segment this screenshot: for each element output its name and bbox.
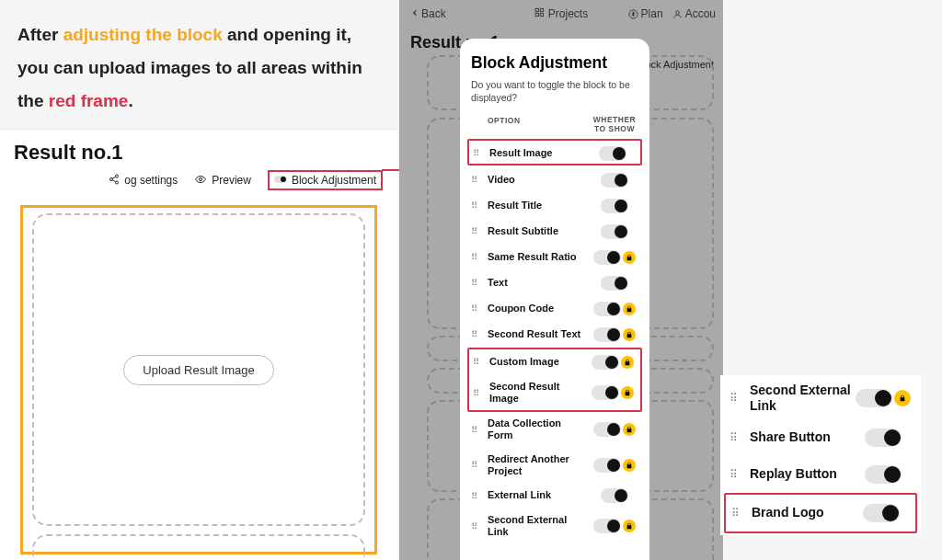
toggle-icon: [274, 174, 287, 187]
account-nav[interactable]: Accou: [672, 7, 716, 20]
show-toggle[interactable]: [593, 422, 621, 437]
svg-point-1: [110, 177, 113, 180]
block-adjustment-label: Block Adjustment: [292, 174, 376, 187]
lock-icon: [621, 386, 634, 399]
svg-point-5: [281, 177, 286, 182]
upload-image-button[interactable]: Upload Result Image: [123, 355, 273, 385]
option-row: ⠿Second Result Text: [471, 322, 638, 348]
show-toggle[interactable]: [592, 355, 619, 370]
option-label: Custom Image: [489, 356, 589, 368]
og-settings-label: og settings: [124, 174, 178, 187]
drag-handle-icon[interactable]: ⠿: [471, 252, 488, 262]
show-toggle[interactable]: [593, 302, 621, 316]
editor-panel: Result no.1 og settings Preview Block Ad…: [0, 129, 397, 560]
drag-handle-icon[interactable]: ⠿: [471, 175, 488, 185]
option-row: ⠿Text: [471, 270, 638, 296]
show-toggle[interactable]: [599, 146, 626, 161]
lock-icon: [623, 303, 636, 315]
option-label: Brand Logo: [752, 505, 853, 520]
preview-label: Preview: [212, 174, 251, 187]
drag-handle-icon[interactable]: ⠿: [729, 468, 750, 481]
option-row: ⠿Share Button: [729, 419, 912, 456]
lock-icon: [623, 251, 636, 264]
drag-handle-icon[interactable]: ⠿: [471, 521, 488, 531]
modal-column-headers: OPTION WHETHER TO SHOW: [471, 113, 638, 140]
drag-handle-icon[interactable]: ⠿: [471, 226, 488, 236]
drag-handle-icon[interactable]: ⠿: [471, 278, 488, 288]
option-row: ⠿Result Subtitle: [471, 219, 638, 245]
show-toggle[interactable]: [865, 465, 902, 484]
show-toggle[interactable]: [863, 504, 900, 522]
grid-icon: [534, 7, 545, 20]
drag-handle-icon[interactable]: ⠿: [471, 491, 488, 501]
drag-handle-icon[interactable]: ⠿: [729, 431, 750, 444]
option-label: Text: [488, 277, 591, 289]
show-toggle[interactable]: [601, 488, 628, 503]
drag-handle-icon[interactable]: ⠿: [471, 303, 488, 314]
option-label: Second External Link: [488, 514, 591, 538]
option-row: ⠿Replay Button: [729, 456, 912, 493]
red-highlight-box: ⠿Result Image: [467, 139, 642, 166]
continuation-list: ⠿Second External Link⠿Share Button⠿Repla…: [720, 375, 921, 535]
drag-handle-icon[interactable]: ⠿: [473, 357, 489, 367]
share-icon: [109, 174, 120, 188]
drag-handle-icon[interactable]: ⠿: [471, 329, 488, 339]
show-toggle[interactable]: [592, 385, 619, 400]
option-row: ⠿Result Title: [471, 193, 638, 219]
option-column-header: OPTION: [488, 116, 591, 134]
option-row: ⠿External Link: [471, 483, 638, 509]
svg-rect-9: [540, 13, 543, 16]
show-toggle[interactable]: [593, 327, 621, 342]
lock-icon: [623, 459, 636, 472]
show-toggle[interactable]: [601, 276, 628, 291]
show-toggle[interactable]: [601, 199, 628, 213]
drag-handle-icon[interactable]: ⠿: [471, 460, 488, 470]
drag-handle-icon[interactable]: ⠿: [471, 425, 488, 435]
account-label: Accou: [685, 7, 716, 20]
og-settings-button[interactable]: og settings: [109, 174, 178, 188]
svg-point-3: [200, 177, 202, 180]
show-column-header: WHETHER TO SHOW: [591, 116, 638, 134]
show-toggle[interactable]: [601, 224, 628, 239]
modal-title: Block Adjustment: [471, 53, 638, 73]
preview-button[interactable]: Preview: [194, 174, 251, 188]
instruction-text: After adjusting the block and opening it…: [17, 18, 385, 118]
option-row: ⠿Video: [471, 167, 638, 193]
orange-frame: Upload Result Image: [20, 205, 377, 554]
drag-handle-icon[interactable]: ⠿: [473, 388, 489, 398]
lock-icon: [623, 520, 636, 532]
show-toggle[interactable]: [856, 389, 892, 407]
drag-handle-icon[interactable]: ⠿: [473, 148, 489, 158]
back-label: Back: [421, 7, 446, 20]
option-label: Coupon Code: [488, 303, 591, 314]
show-toggle[interactable]: [865, 429, 902, 447]
block-adjustment-button[interactable]: Block Adjustment: [268, 170, 383, 190]
plan-label: Plan: [641, 7, 663, 20]
phone-header: Back Projects Plan Accou: [399, 0, 723, 28]
option-label: Result Image: [489, 147, 589, 159]
projects-nav[interactable]: Projects: [534, 7, 588, 20]
dollar-icon: [628, 9, 638, 19]
option-label: Result Title: [488, 200, 591, 211]
svg-point-11: [675, 10, 679, 14]
option-label: Replay Button: [750, 466, 855, 482]
option-label: Share Button: [750, 429, 855, 445]
highlight-red-frame: red frame: [49, 91, 129, 110]
option-row: ⠿Data Collection Form: [471, 412, 638, 447]
lock-icon: [894, 390, 911, 406]
upload-dropzone[interactable]: Upload Result Image: [32, 213, 365, 526]
user-icon: [672, 9, 683, 19]
show-toggle[interactable]: [601, 173, 628, 188]
drag-handle-icon[interactable]: ⠿: [729, 392, 750, 405]
drag-handle-icon[interactable]: ⠿: [731, 507, 752, 520]
show-toggle[interactable]: [593, 458, 621, 473]
show-toggle[interactable]: [593, 250, 621, 265]
back-button[interactable]: Back: [410, 7, 446, 20]
option-label: External Link: [488, 489, 591, 501]
show-toggle[interactable]: [593, 519, 621, 533]
red-highlight-box: ⠿Custom Image⠿Second Result Image: [467, 348, 642, 412]
option-label: Second External Link: [750, 383, 855, 414]
drag-handle-icon[interactable]: ⠿: [471, 200, 488, 211]
lock-icon: [623, 423, 636, 436]
plan-nav[interactable]: Plan: [628, 7, 663, 20]
